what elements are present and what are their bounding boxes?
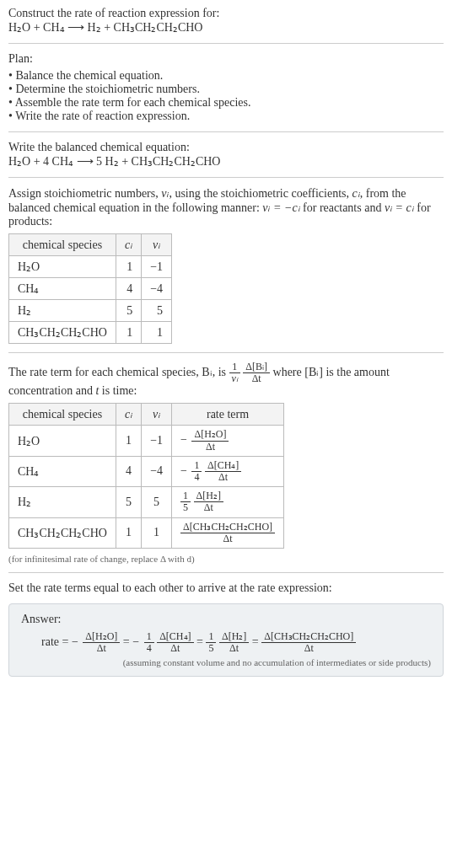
frac-den: Δt xyxy=(219,643,249,654)
balance-instruction: Write the balanced chemical equation: xyxy=(8,141,444,154)
product-rule: νᵢ = cᵢ xyxy=(385,201,414,214)
frac-num: 1 xyxy=(206,631,216,643)
frac-den: Δt xyxy=(83,643,120,654)
table-row: CH₄ 4 −4 − 1 4 Δ[CH₄] Δt xyxy=(9,456,284,486)
frac-den: Δt xyxy=(261,643,356,654)
plan-step: Assemble the rate term for each chemical… xyxy=(8,96,444,110)
cell-species: H₂O xyxy=(9,426,116,456)
divider xyxy=(8,131,444,132)
fraction: Δ[H₂] Δt xyxy=(219,631,249,654)
stoich-table: chemical species cᵢ νᵢ H₂O 1 −1 CH₄ 4 −4… xyxy=(8,233,172,344)
frac-num: Δ[H₂] xyxy=(219,631,249,643)
c-symbol: cᵢ xyxy=(352,187,360,200)
cell-nu: 1 xyxy=(142,322,172,344)
cell-nu: 5 xyxy=(142,300,172,322)
fraction: Δ[H₂O] Δt xyxy=(83,631,120,654)
plan-title: Plan: xyxy=(8,52,444,66)
cell-species: CH₄ xyxy=(9,456,116,486)
text: for reactants and xyxy=(300,201,385,214)
col-c: cᵢ xyxy=(116,234,141,256)
divider xyxy=(8,572,444,573)
cell-c: 5 xyxy=(116,300,141,322)
frac-den: 5 xyxy=(206,643,216,654)
fraction: Δ[CH₄] Δt xyxy=(205,460,241,483)
table-header-row: chemical species cᵢ νᵢ rate term xyxy=(9,404,284,426)
rate-label: rate = xyxy=(41,635,72,648)
table-row: H₂ 5 5 1 5 Δ[H₂] Δt xyxy=(9,487,284,517)
cell-c: 1 xyxy=(116,517,141,548)
cell-species: CH₄ xyxy=(9,278,116,300)
divider xyxy=(8,43,444,44)
cell-rate: − Δ[H₂O] Δt xyxy=(172,426,284,456)
coef-fraction: 1 5 xyxy=(206,631,216,654)
frac-num: 1 xyxy=(229,362,240,373)
cell-species: H₂ xyxy=(9,300,116,322)
frac-num: 1 xyxy=(180,490,191,502)
frac-num: 1 xyxy=(144,631,154,643)
plan-step: Determine the stoichiometric numbers. xyxy=(8,83,444,96)
table-row: H₂ 5 5 xyxy=(9,300,172,322)
cell-c: 1 xyxy=(116,322,141,344)
frac-num: Δ[H₂] xyxy=(194,490,223,502)
frac-den: 5 xyxy=(180,502,191,513)
col-rate: rate term xyxy=(172,404,284,426)
cell-c: 4 xyxy=(116,278,141,300)
cell-species: H₂ xyxy=(9,487,116,517)
frac-den: Δt xyxy=(243,373,270,384)
sign: − xyxy=(72,635,78,648)
fraction: Δ[CH₃CH₂CH₂CHO] Δt xyxy=(180,522,275,544)
plan-list: Balance the chemical equation. Determine… xyxy=(8,69,444,123)
frac-num: Δ[CH₃CH₂CH₂CHO] xyxy=(180,522,275,533)
balanced-equation: H₂O + 4 CH₄ ⟶ 5 H₂ + CH₃CH₂CH₂CHO xyxy=(8,154,444,169)
cell-c: 1 xyxy=(116,256,141,278)
cell-nu: −4 xyxy=(142,278,172,300)
fraction: Δ[H₂] Δt xyxy=(194,490,223,513)
equals: = xyxy=(196,635,206,648)
fraction: Δ[CH₄] Δt xyxy=(157,631,193,654)
equals: = xyxy=(252,635,261,648)
frac-den: Δt xyxy=(205,472,241,483)
rate-expression: rate = − Δ[H₂O] Δt = − 1 4 Δ[CH₄] Δt = 1… xyxy=(21,631,431,654)
table-row: H₂O 1 −1 − Δ[H₂O] Δt xyxy=(9,426,284,456)
answer-box: Answer: rate = − Δ[H₂O] Δt = − 1 4 Δ[CH₄… xyxy=(8,603,444,677)
cell-nu: −1 xyxy=(142,426,172,456)
col-species: chemical species xyxy=(9,234,116,256)
frac-den: Δt xyxy=(194,502,223,513)
answer-note: (assuming constant volume and no accumul… xyxy=(21,657,431,667)
frac-num: Δ[H₂O] xyxy=(191,429,229,441)
text: The rate term for each chemical species,… xyxy=(8,366,229,378)
divider xyxy=(8,177,444,178)
cell-nu: −4 xyxy=(142,456,172,486)
frac-den: 4 xyxy=(144,643,154,654)
table-row: H₂O 1 −1 xyxy=(9,256,172,278)
cell-c: 4 xyxy=(116,456,141,486)
frac-num: 1 xyxy=(191,460,202,472)
sign: − xyxy=(180,433,187,446)
text: is time: xyxy=(99,384,137,397)
table-header-row: chemical species cᵢ νᵢ xyxy=(9,234,172,256)
final-intro: Set the rate terms equal to each other t… xyxy=(8,581,444,595)
prompt-line: Construct the rate of reaction expressio… xyxy=(8,7,444,20)
frac-num: Δ[Bᵢ] xyxy=(243,362,270,373)
text: , using the stoichiometric coefficients, xyxy=(169,187,352,200)
stoich-intro: Assign stoichiometric numbers, νᵢ, using… xyxy=(8,186,444,228)
rate-intro: The rate term for each chemical species,… xyxy=(8,362,444,398)
table-row: CH₃CH₂CH₂CHO 1 1 xyxy=(9,322,172,344)
cell-species: H₂O xyxy=(9,256,116,278)
frac-num: Δ[CH₄] xyxy=(205,460,241,472)
fraction: Δ[CH₃CH₂CH₂CHO] Δt xyxy=(261,631,356,654)
reactant-rule: νᵢ = −cᵢ xyxy=(262,201,299,214)
cell-species: CH₃CH₂CH₂CHO xyxy=(9,322,116,344)
frac-num: Δ[H₂O] xyxy=(83,631,120,643)
frac-den: Δt xyxy=(180,533,275,544)
table-row: CH₄ 4 −4 xyxy=(9,278,172,300)
divider xyxy=(8,352,444,353)
cell-c: 1 xyxy=(116,426,141,456)
cell-species: CH₃CH₂CH₂CHO xyxy=(9,517,116,548)
col-nu: νᵢ xyxy=(142,234,172,256)
cell-c: 5 xyxy=(116,487,141,517)
plan-step: Balance the chemical equation. xyxy=(8,69,444,83)
fraction: 1 νᵢ xyxy=(229,362,240,384)
sign: − xyxy=(180,464,187,477)
cell-rate: − 1 4 Δ[CH₄] Δt xyxy=(172,456,284,486)
